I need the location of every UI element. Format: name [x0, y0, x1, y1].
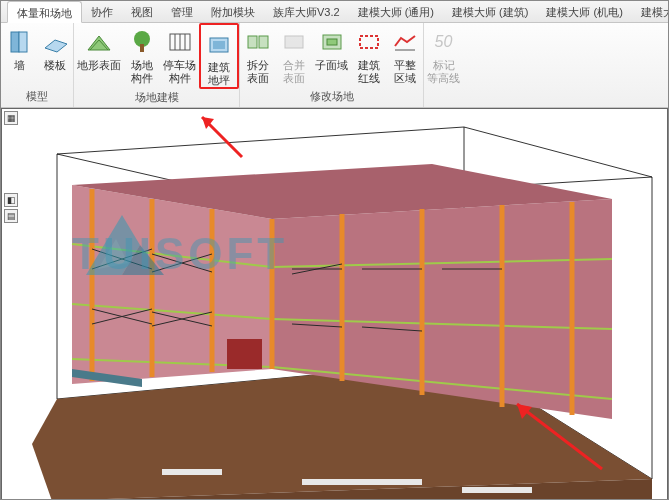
tool-label: 停车场 构件	[163, 59, 196, 85]
tab-family-master[interactable]: 族库大师V3.2	[264, 1, 349, 22]
svg-rect-16	[327, 39, 337, 45]
tool-label: 场地 构件	[131, 59, 153, 85]
tab-label: 建模大师 (机电)	[546, 6, 622, 18]
subregion-tool[interactable]: 子面域	[312, 23, 351, 85]
svg-marker-2	[45, 40, 67, 52]
tab-addins[interactable]: 附加模块	[202, 1, 264, 22]
group-label: 模型	[26, 88, 48, 105]
property-line-icon	[354, 27, 384, 57]
svg-rect-13	[259, 36, 268, 48]
tool-label: 平整 区域	[394, 59, 416, 85]
tab-label: 附加模块	[211, 6, 255, 18]
tab-label: 族库大师V3.2	[273, 6, 340, 18]
svg-rect-0	[11, 32, 19, 52]
parking-icon	[165, 27, 195, 57]
group-contour: 50 标记 等高线	[424, 23, 463, 107]
tool-label: 拆分 表面	[247, 59, 269, 85]
tab-label: 体量和场地	[17, 7, 72, 19]
floor-icon	[40, 27, 70, 57]
floor-tool[interactable]: 楼板	[37, 23, 73, 72]
svg-rect-11	[213, 41, 225, 49]
tab-model-master-arch[interactable]: 建模大师 (建筑)	[443, 1, 537, 22]
tool-label: 建筑 红线	[358, 59, 380, 85]
tool-label: 子面域	[315, 59, 348, 72]
split-surface-tool[interactable]: 拆分 表面	[240, 23, 276, 85]
tab-mass-site[interactable]: 体量和场地	[7, 1, 82, 23]
svg-rect-55	[302, 479, 422, 485]
ribbon: 墙 楼板 模型 地形表面 场地 构件	[1, 23, 668, 108]
model-scene	[2, 109, 667, 500]
tool-label: 建筑 地坪	[208, 61, 230, 87]
tab-model-master-mep[interactable]: 建模大师 (机电)	[537, 1, 631, 22]
tab-label: 建模大师 (通用)	[358, 6, 434, 18]
svg-rect-17	[360, 36, 378, 48]
building-pad-tool[interactable]: 建筑 地坪	[199, 23, 239, 89]
toposurface-icon	[84, 27, 114, 57]
svg-rect-52	[227, 339, 262, 369]
label-contours-tool: 50 标记 等高线	[424, 23, 463, 85]
site-component-tool[interactable]: 场地 构件	[124, 23, 160, 89]
tab-model-master-cons[interactable]: 建模大师 (施工)	[632, 1, 669, 22]
group-model: 墙 楼板 模型	[1, 23, 74, 107]
group-label: 场地建模	[135, 89, 179, 106]
model-viewport[interactable]: ▦ ◧ ▤	[1, 108, 668, 500]
group-label	[442, 91, 445, 105]
svg-rect-1	[19, 32, 27, 52]
parking-component-tool[interactable]: 停车场 构件	[160, 23, 199, 89]
tab-view[interactable]: 视图	[122, 1, 162, 22]
tool-label: 墙	[14, 59, 25, 72]
tool-label: 标记 等高线	[427, 59, 460, 85]
graded-region-tool[interactable]: 平整 区域	[387, 23, 423, 85]
graded-region-icon	[390, 27, 420, 57]
subregion-icon	[317, 27, 347, 57]
svg-rect-54	[162, 469, 222, 475]
split-icon	[243, 27, 273, 57]
tool-label: 地形表面	[77, 59, 121, 72]
tab-label: 建模大师 (施工)	[641, 6, 669, 18]
tab-label: 协作	[91, 6, 113, 18]
tab-label: 管理	[171, 6, 193, 18]
wall-tool[interactable]: 墙	[1, 23, 37, 72]
toposurface-tool[interactable]: 地形表面	[74, 23, 124, 89]
svg-rect-14	[285, 36, 303, 48]
group-label: 修改场地	[310, 88, 354, 105]
tool-label: 合并 表面	[283, 59, 305, 85]
merge-icon	[279, 27, 309, 57]
svg-rect-12	[248, 36, 257, 48]
svg-rect-56	[462, 487, 532, 493]
contour-icon: 50	[429, 27, 459, 57]
main-tab-row: 体量和场地 协作 视图 管理 附加模块 族库大师V3.2 建模大师 (通用) 建…	[1, 1, 668, 23]
tab-model-master-general[interactable]: 建模大师 (通用)	[349, 1, 443, 22]
group-site-model: 地形表面 场地 构件 停车场 构件 建筑 地坪 场地建模	[74, 23, 240, 107]
tree-icon	[127, 27, 157, 57]
tool-label: 楼板	[44, 59, 66, 72]
group-modify-site: 拆分 表面 合并 表面 子面域 建筑 红线	[240, 23, 424, 107]
tab-collaborate[interactable]: 协作	[82, 1, 122, 22]
wall-icon	[4, 27, 34, 57]
tab-manage[interactable]: 管理	[162, 1, 202, 22]
building-pad-icon	[204, 29, 234, 59]
tab-label: 建模大师 (建筑)	[452, 6, 528, 18]
merge-surface-tool: 合并 表面	[276, 23, 312, 85]
property-line-tool[interactable]: 建筑 红线	[351, 23, 387, 85]
tab-label: 视图	[131, 6, 153, 18]
svg-rect-5	[140, 44, 144, 52]
